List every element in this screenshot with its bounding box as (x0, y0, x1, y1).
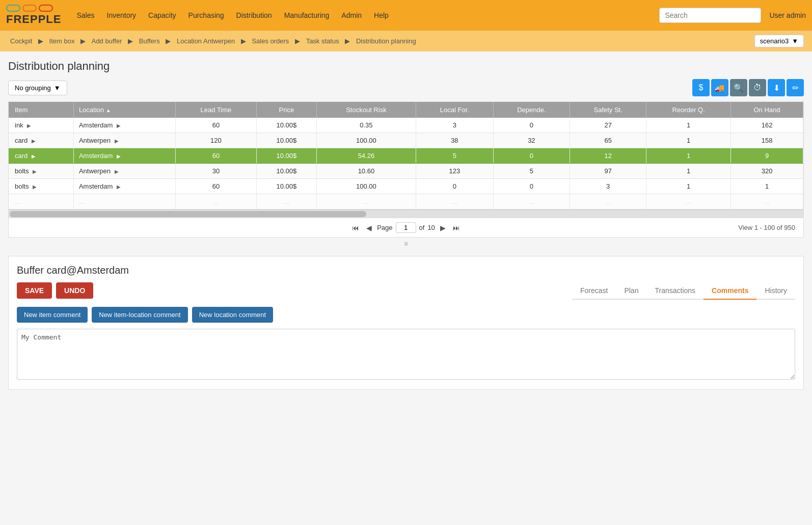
cell-price: 10.00$ (256, 133, 316, 148)
new-item-comment-button[interactable]: New item comment (17, 307, 88, 323)
logo-icon-green (6, 5, 20, 12)
col-reorder[interactable]: Reorder Q. (646, 102, 731, 118)
loc-expand-icon: ▶ (117, 123, 121, 128)
detail-tabs: Forecast Plan Transactions Comments Hist… (572, 282, 795, 300)
col-item[interactable]: Item (9, 102, 73, 118)
table-row[interactable]: card ▶ Antwerpen ▶ 120 10.00$ 100.00 38 … (9, 133, 803, 148)
tab-transactions[interactable]: Transactions (646, 282, 703, 300)
table-row[interactable]: ... ... ... ... ... ... ... ... ... ... (9, 194, 803, 209)
table-row[interactable]: bolts ▶ Antwerpen ▶ 30 10.00$ 10.60 123 … (9, 164, 803, 179)
distribution-table: Item Location ▲ Lead Time Price Stockout… (9, 102, 803, 209)
table-header-row: Item Location ▲ Lead Time Price Stockout… (9, 102, 803, 118)
nav-purchasing[interactable]: Purchasing (183, 7, 229, 23)
table-row[interactable]: card ▶ Amsterdam ▶ 60 10.00$ 54.26 5 0 1… (9, 148, 803, 164)
grouping-button[interactable]: No grouping ▼ (8, 81, 67, 95)
search-input[interactable] (659, 8, 761, 23)
new-location-comment-button[interactable]: New location comment (192, 307, 274, 323)
tab-plan[interactable]: Plan (616, 282, 646, 300)
breadcrumb-location[interactable]: Location Antwerpen (177, 37, 235, 45)
cell-stockout: ... (316, 194, 416, 209)
col-localfor[interactable]: Local For. (416, 102, 494, 118)
breadcrumb-taskstatus[interactable]: Task status (306, 37, 339, 45)
table-row[interactable]: ink ▶ Amsterdam ▶ 60 10.00$ 0.35 3 0 27 … (9, 118, 803, 133)
scenario-selector[interactable]: scenario3 ▼ (754, 35, 804, 47)
cell-onhand: 9 (731, 148, 803, 164)
loc-expand-icon: ▶ (115, 138, 119, 144)
col-onhand[interactable]: On Hand (731, 102, 803, 118)
table-scroll-area[interactable]: Item Location ▲ Lead Time Price Stockout… (9, 102, 803, 209)
prev-page-button[interactable]: ◀ (364, 223, 374, 233)
nav-capacity[interactable]: Capacity (143, 7, 181, 23)
horizontal-scrollbar[interactable] (9, 209, 803, 218)
cell-depend: 5 (493, 164, 570, 179)
nav-admin[interactable]: Admin (336, 7, 367, 23)
col-leadtime[interactable]: Lead Time (176, 102, 257, 118)
nav-manufacturing[interactable]: Manufacturing (279, 7, 335, 23)
edit-icon-button[interactable]: ✏ (787, 79, 804, 96)
col-stockout[interactable]: Stockout Risk (316, 102, 416, 118)
comment-buttons: New item comment New item-location comme… (17, 307, 795, 323)
logo-text: FREPPLE (6, 13, 61, 26)
cell-item: ink ▶ (9, 118, 73, 133)
cell-localfor: 5 (416, 148, 494, 164)
cell-localfor: 3 (416, 118, 494, 133)
resize-handle[interactable]: ≡ (8, 238, 804, 250)
tab-history[interactable]: History (756, 282, 795, 300)
scenario-label: scenario3 (760, 37, 789, 45)
col-price[interactable]: Price (256, 102, 316, 118)
nav-sales[interactable]: Sales (71, 7, 99, 23)
nav-inventory[interactable]: Inventory (102, 7, 142, 23)
col-location[interactable]: Location ▲ (73, 102, 175, 118)
item-expand-icon: ▶ (32, 138, 36, 144)
comment-textarea[interactable] (17, 329, 795, 380)
page-input[interactable] (396, 222, 416, 233)
clock-icon-button[interactable]: ⏱ (749, 79, 766, 96)
undo-button[interactable]: UNDO (56, 282, 93, 299)
cell-price: 10.00$ (256, 164, 316, 179)
breadcrumb-addbuffer[interactable]: Add buffer (92, 37, 122, 45)
cell-reorder: 1 (646, 118, 731, 133)
cell-leadtime: 60 (176, 179, 257, 194)
search-icon-button[interactable]: 🔍 (730, 79, 747, 96)
dollar-icon-button[interactable]: $ (692, 79, 710, 96)
cell-item: card ▶ (9, 133, 73, 148)
tab-forecast[interactable]: Forecast (572, 282, 616, 300)
save-button[interactable]: SAVE (17, 282, 52, 299)
nav-distribution[interactable]: Distribution (231, 7, 277, 23)
cell-item: ... (9, 194, 73, 209)
breadcrumb-itembox[interactable]: Item box (49, 37, 75, 45)
cell-price: 10.00$ (256, 118, 316, 133)
cell-leadtime: 60 (176, 148, 257, 164)
cell-onhand: 162 (731, 118, 803, 133)
col-safetystock[interactable]: Safety St. (570, 102, 646, 118)
cell-stockout: 10.60 (316, 164, 416, 179)
first-page-button[interactable]: ⏮ (350, 223, 361, 233)
cell-price: 10.00$ (256, 148, 316, 164)
loc-expand-icon: ▶ (115, 169, 119, 174)
cell-safetystock: 27 (570, 118, 646, 133)
tab-comments[interactable]: Comments (703, 282, 756, 300)
download-icon-button[interactable]: ⬇ (768, 79, 785, 96)
new-item-location-comment-button[interactable]: New item-location comment (92, 307, 187, 323)
next-page-button[interactable]: ▶ (438, 223, 448, 233)
cell-localfor: 0 (416, 179, 494, 194)
col-depende[interactable]: Depende. (493, 102, 570, 118)
breadcrumb-salesorders[interactable]: Sales orders (252, 37, 289, 45)
table-row[interactable]: bolts ▶ Amsterdam ▶ 60 10.00$ 100.00 0 0… (9, 179, 803, 194)
last-page-button[interactable]: ⏭ (451, 223, 462, 233)
cell-stockout: 54.26 (316, 148, 416, 164)
truck-icon-button[interactable]: 🚚 (711, 79, 728, 96)
breadcrumb-buffers[interactable]: Buffers (139, 37, 160, 45)
cell-item: bolts ▶ (9, 164, 73, 179)
action-buttons: SAVE UNDO (17, 282, 93, 299)
data-table-container: Item Location ▲ Lead Time Price Stockout… (8, 101, 804, 238)
buffer-title: Buffer card@Amsterdam (17, 265, 795, 276)
breadcrumb-distribution[interactable]: Distribution planning (356, 37, 416, 45)
item-expand-icon: ▶ (32, 153, 36, 159)
nav-help[interactable]: Help (369, 7, 394, 23)
cell-leadtime: 120 (176, 133, 257, 148)
breadcrumb-cockpit[interactable]: Cockpit (10, 37, 32, 45)
cell-price: ... (256, 194, 316, 209)
cell-depend: 32 (493, 133, 570, 148)
cell-safetystock: 12 (570, 148, 646, 164)
